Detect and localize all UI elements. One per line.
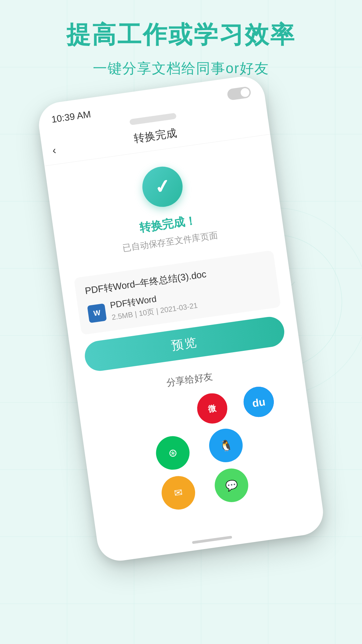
word-icon: W — [87, 303, 107, 323]
svg-text:💬: 💬 — [225, 479, 239, 492]
success-icon-circle: ✓ — [140, 164, 185, 210]
share-baidu-button[interactable]: du — [242, 385, 276, 419]
share-qq-button[interactable]: 🐧 — [207, 427, 245, 465]
status-time: 10:39 AM — [51, 109, 92, 125]
svg-text:⊛: ⊛ — [168, 446, 178, 460]
success-subtitle: 已自动保存至文件库页面 — [122, 229, 219, 254]
home-bar — [192, 536, 232, 544]
phone-mockup: 10:39 AM ‹ 转换完成 ✓ 转换完成！ 已自动保存至文件库页面 — [36, 73, 326, 564]
toggle-switch[interactable] — [227, 86, 251, 101]
share-section: 分享给好友 微 du — [75, 351, 322, 538]
main-headline: 提高工作或学习效率 — [20, 20, 342, 49]
share-sms-button[interactable]: 💬 — [213, 466, 250, 504]
svg-text:🐧: 🐧 — [219, 438, 234, 453]
app-title: 转换完成 — [133, 126, 178, 146]
success-title: 转换完成！ — [138, 213, 197, 236]
checkmark-icon: ✓ — [154, 176, 172, 197]
share-wechat-button[interactable]: ⊛ — [154, 434, 192, 472]
back-button[interactable]: ‹ — [52, 144, 57, 157]
share-email-button[interactable]: ✉ — [160, 474, 197, 512]
svg-text:✉: ✉ — [174, 487, 183, 499]
preview-button-label: 预览 — [170, 334, 199, 354]
phone-frame: 10:39 AM ‹ 转换完成 ✓ 转换完成！ 已自动保存至文件库页面 — [36, 73, 326, 564]
share-weibo-button[interactable]: 微 — [195, 391, 229, 426]
sub-headline: 一键分享文档给同事or好友 — [20, 59, 342, 78]
svg-text:du: du — [251, 396, 266, 410]
svg-text:微: 微 — [207, 404, 217, 414]
app-content: ‹ 转换完成 ✓ 转换完成！ 已自动保存至文件库页面 PDF转Word–年终总结… — [41, 106, 322, 538]
